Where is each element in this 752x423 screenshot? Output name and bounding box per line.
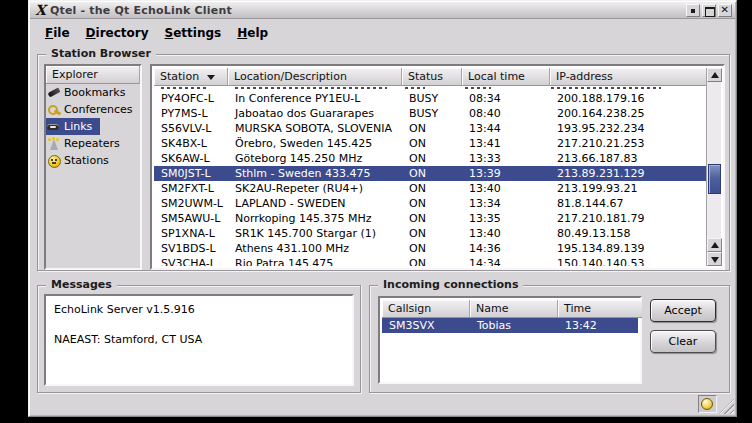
cell-ip-address: 80.49.13.158 [550, 226, 706, 241]
cell-ip-address: 200.188.179.16 [550, 91, 706, 106]
cell-ip-address: 81.8.144.67 [550, 196, 706, 211]
cell-local-time: 08:40 [462, 106, 550, 121]
cell-location: Norrkoping 145.375 MHz [228, 211, 402, 226]
explorer-item-links[interactable]: Links [46, 118, 140, 135]
column-header-ip[interactable]: IP-address [550, 68, 710, 86]
cell-station: SV3CHA-L [154, 256, 228, 266]
station-row[interactable]: SK4BX-LÖrebro, Sweden 145.425ON13:41217.… [154, 136, 706, 151]
status-bar [30, 393, 735, 415]
accept-button[interactable]: Accept [650, 299, 716, 322]
cell-status: ON [402, 181, 462, 196]
explorer-item-label: Links [64, 118, 92, 135]
cell-status: ON [402, 241, 462, 256]
explorer-item-conferences[interactable]: Conferences [46, 101, 140, 118]
incoming-row[interactable]: SM3SVXTobias13:42 [382, 318, 638, 333]
station-row[interactable]: SM0JST-LSthlm - Sweden 433.475ON13:39213… [154, 166, 706, 181]
cell-ip-address: 213.89.231.129 [550, 166, 706, 181]
column-header-location[interactable]: Location/Description [228, 68, 402, 86]
menu-bar: File Directory Settings Help [32, 21, 733, 45]
scroll-up-icon[interactable] [707, 238, 722, 252]
menu-file[interactable]: File [38, 24, 77, 42]
explorer-item-bookmarks[interactable]: Bookmarks [46, 84, 140, 101]
cell-station: SK4BX-L [154, 136, 228, 151]
cell-local-time: 08:34 [462, 91, 550, 106]
menu-settings[interactable]: Settings [158, 24, 229, 42]
title-bar[interactable]: X Qtel - the Qt EchoLink Client [30, 2, 735, 19]
cell-status: ON [402, 256, 462, 266]
cell-ip-address: 195.134.89.139 [550, 241, 706, 256]
cell-station: PY4OFC-L [154, 91, 228, 106]
station-row[interactable]: PY4OFC-LIn Conference PY1EU-LBUSY08:3420… [154, 91, 706, 106]
minimize-button[interactable] [686, 4, 700, 17]
column-header-callsign[interactable]: Callsign [382, 300, 470, 318]
cell-location: Sthlm - Sweden 433.475 [228, 166, 402, 181]
connection-indicator-well [698, 395, 717, 413]
cell-station: SV1BDS-L [154, 241, 228, 256]
stations-icon [47, 154, 62, 167]
cell-status: ON [402, 211, 462, 226]
incoming-rows: SM3SVXTobias13:42 [382, 318, 638, 380]
cell-station: PY7MS-L [154, 106, 228, 121]
message-line: EchoLink Server v1.5.916 [54, 302, 344, 317]
cell-local-time: 13:35 [462, 211, 550, 226]
column-header-localtime[interactable]: Local time [462, 68, 550, 86]
sort-descending-arrow-icon [207, 75, 215, 80]
explorer-item-content: Repeaters [46, 135, 128, 152]
station-row[interactable]: SM5AWU-LNorrkoping 145.375 MHzON13:35217… [154, 211, 706, 226]
close-button[interactable] [718, 4, 732, 17]
scroll-up-icon[interactable] [707, 68, 722, 82]
clear-button[interactable]: Clear [650, 330, 716, 353]
station-row[interactable]: SV3CHA-LRio Patra 145.475ON14:34150.140.… [154, 256, 706, 266]
explorer-list: BookmarksConferencesLinksRepeatersStatio… [46, 84, 140, 169]
resize-grip[interactable] [719, 399, 734, 414]
station-browser-label: Station Browser [46, 47, 156, 60]
connection-lamp-icon [701, 398, 713, 410]
cell-location: Athens 431.100 MHz [228, 241, 402, 256]
station-row[interactable]: PY7MS-LJaboatao dos GuararapesBUSY08:402… [154, 106, 706, 121]
menu-help[interactable]: Help [230, 24, 275, 42]
explorer-header[interactable]: Explorer [46, 66, 140, 84]
cell-location: SR1K 145.700 Stargar (1) [228, 226, 402, 241]
links-icon [47, 120, 62, 133]
scroll-down-icon[interactable] [707, 252, 722, 266]
cell-station: SM2FXT-L [154, 181, 228, 196]
cell-callsign: SM3SVX [382, 318, 470, 333]
explorer-item-label: Bookmarks [64, 84, 125, 101]
cell-ip-address: 200.164.238.25 [550, 106, 706, 121]
explorer-item-label: Stations [64, 152, 109, 169]
station-row[interactable]: S56VLV-LMURSKA SOBOTA, SLOVENIAON13:4419… [154, 121, 706, 136]
messages-group: Messages EchoLink Server v1.5.916 NAEAST… [37, 285, 361, 393]
column-header-name[interactable]: Name [470, 300, 558, 318]
app-window: X Qtel - the Qt EchoLink Client File Dir… [28, 0, 737, 417]
cell-status: ON [402, 226, 462, 241]
cell-local-time: 13:33 [462, 151, 550, 166]
cell-local-time: 14:36 [462, 241, 550, 256]
cell-location: Göteborg 145.250 MHz [228, 151, 402, 166]
column-header-status[interactable]: Status [402, 68, 462, 86]
explorer-panel: Explorer BookmarksConferencesLinksRepeat… [44, 64, 142, 270]
cell-status: ON [402, 151, 462, 166]
messages-text-area[interactable]: EchoLink Server v1.5.916 NAEAST: Stamfor… [44, 294, 354, 386]
scrollbar-thumb[interactable] [708, 164, 721, 194]
station-row[interactable]: SP1XNA-LSR1K 145.700 Stargar (1)ON13:408… [154, 226, 706, 241]
explorer-item-repeaters[interactable]: Repeaters [46, 135, 140, 152]
station-row[interactable]: SM2UWM-LLAPLAND - SWEDENON13:3481.8.144.… [154, 196, 706, 211]
station-row[interactable]: SK6AW-LGöteborg 145.250 MHzON13:33213.66… [154, 151, 706, 166]
window-controls [686, 4, 735, 17]
station-row[interactable]: SV1BDS-LAthens 431.100 MHzON14:36195.134… [154, 241, 706, 256]
cell-local-time: 14:34 [462, 256, 550, 266]
column-header-station[interactable]: Station [154, 68, 228, 86]
station-row[interactable]: SM2FXT-LSK2AU-Repeter (RU4+)ON13:40213.1… [154, 181, 706, 196]
explorer-item-stations[interactable]: Stations [46, 152, 140, 169]
station-list-scrollbar[interactable] [706, 68, 721, 266]
cell-location: Rio Patra 145.475 [228, 256, 402, 266]
column-header-time[interactable]: Time [558, 300, 642, 318]
explorer-item-label: Conferences [64, 101, 133, 118]
explorer-item-content: Stations [46, 152, 117, 169]
menu-directory[interactable]: Directory [79, 24, 156, 42]
cell-status: BUSY [402, 106, 462, 121]
maximize-button[interactable] [702, 4, 716, 17]
cell-station: SM2UWM-L [154, 196, 228, 211]
explorer-item-label: Repeaters [64, 135, 120, 152]
conferences-icon [47, 103, 62, 116]
